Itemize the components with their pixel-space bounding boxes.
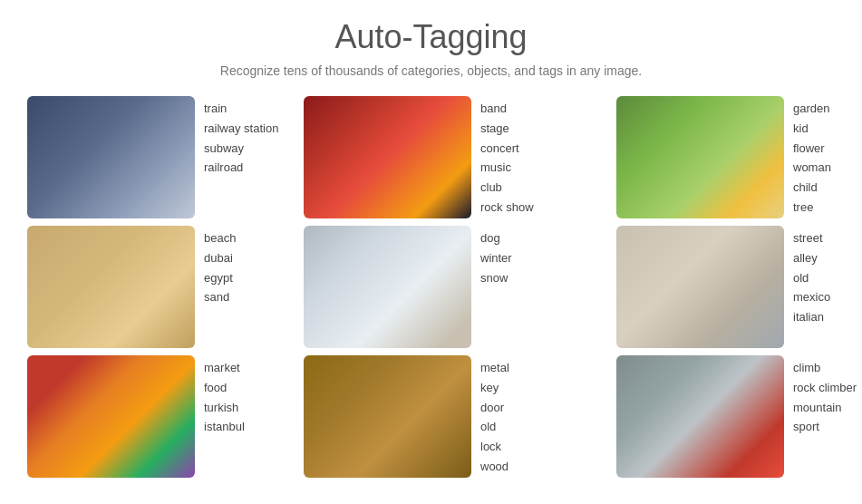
tag-label: railroad <box>204 159 295 178</box>
photo-dog <box>304 226 471 348</box>
image-cell-train: trainrailway stationsubwayrailroad <box>27 96 295 218</box>
image-cell-child: gardenkidflowerwomanchildtree <box>616 96 862 218</box>
photo-concert <box>304 96 471 218</box>
image-cell-camel: beachdubaiegyptsand <box>27 226 295 348</box>
tag-label: concert <box>480 140 571 159</box>
tag-label: climb <box>793 359 862 378</box>
tags-door: metalkeydooroldlockwood <box>480 355 571 477</box>
tag-label: alley <box>793 249 862 268</box>
tag-label: key <box>480 379 571 398</box>
tag-label: music <box>480 159 571 178</box>
photo-climber <box>616 355 784 478</box>
tag-label: old <box>793 269 862 288</box>
page-header: Auto-Tagging Recognize tens of thousands… <box>27 18 835 78</box>
tags-train: trainrailway stationsubwayrailroad <box>204 96 295 178</box>
photo-door <box>304 355 471 478</box>
tag-label: italian <box>793 308 862 327</box>
image-grid: trainrailway stationsubwayrailroadbandst… <box>27 96 835 478</box>
image-cell-alley: streetalleyoldmexicoitalian <box>616 226 862 348</box>
photo-camel <box>27 226 195 348</box>
tag-label: metal <box>480 359 571 378</box>
page: Auto-Tagging Recognize tens of thousands… <box>0 0 862 504</box>
page-subtitle: Recognize tens of thousands of categorie… <box>27 63 835 78</box>
image-cell-dog: dogwintersnow <box>304 226 571 348</box>
tag-label: railway station <box>204 120 295 139</box>
tag-label: tree <box>793 199 862 218</box>
tag-label: turkish <box>204 399 295 418</box>
tag-label: dog <box>480 229 571 248</box>
photo-train <box>27 96 195 218</box>
tag-label: stage <box>480 120 571 139</box>
image-cell-door: metalkeydooroldlockwood <box>304 355 571 478</box>
tag-label: winter <box>480 249 571 268</box>
tag-label: mexico <box>793 288 862 307</box>
tags-market: marketfoodturkishistanbul <box>204 355 295 437</box>
tag-label: dubai <box>204 249 295 268</box>
tags-alley: streetalleyoldmexicoitalian <box>793 226 862 327</box>
tag-label: kid <box>793 120 862 139</box>
image-cell-climber: climbrock climbermountainsport <box>616 355 862 478</box>
tag-label: garden <box>793 100 862 119</box>
tags-camel: beachdubaiegyptsand <box>204 226 295 307</box>
image-cell-concert: bandstageconcertmusicclubrock show <box>304 96 571 218</box>
tag-label: sport <box>793 418 862 437</box>
tag-label: sand <box>204 288 295 307</box>
grid-row: trainrailway stationsubwayrailroadbandst… <box>27 96 835 218</box>
photo-market <box>27 355 195 478</box>
tag-label: mountain <box>793 399 862 418</box>
tag-label: market <box>204 359 295 378</box>
tag-label: wood <box>480 458 571 477</box>
tag-label: band <box>480 100 571 119</box>
tag-label: rock climber <box>793 379 862 398</box>
tag-label: flower <box>793 140 862 159</box>
image-cell-market: marketfoodturkishistanbul <box>27 355 295 478</box>
tags-child: gardenkidflowerwomanchildtree <box>793 96 862 218</box>
tag-label: subway <box>204 140 295 159</box>
page-title: Auto-Tagging <box>27 18 835 56</box>
tag-label: rock show <box>480 199 571 218</box>
tags-climber: climbrock climbermountainsport <box>793 355 862 437</box>
tag-label: istanbul <box>204 418 295 437</box>
tag-label: beach <box>204 229 295 248</box>
photo-child <box>616 96 784 218</box>
tag-label: egypt <box>204 269 295 288</box>
grid-row: beachdubaiegyptsanddogwintersnowstreetal… <box>27 226 835 348</box>
tag-label: door <box>480 399 571 418</box>
tags-dog: dogwintersnow <box>480 226 571 287</box>
tags-concert: bandstageconcertmusicclubrock show <box>480 96 571 218</box>
tag-label: lock <box>480 438 571 457</box>
tag-label: food <box>204 379 295 398</box>
tag-label: woman <box>793 159 862 178</box>
tag-label: train <box>204 100 295 119</box>
tag-label: old <box>480 418 571 437</box>
grid-row: marketfoodturkishistanbulmetalkeydoorold… <box>27 355 835 478</box>
photo-alley <box>616 226 784 348</box>
tag-label: snow <box>480 269 571 288</box>
tag-label: club <box>480 179 571 198</box>
tag-label: street <box>793 229 862 248</box>
tag-label: child <box>793 179 862 198</box>
